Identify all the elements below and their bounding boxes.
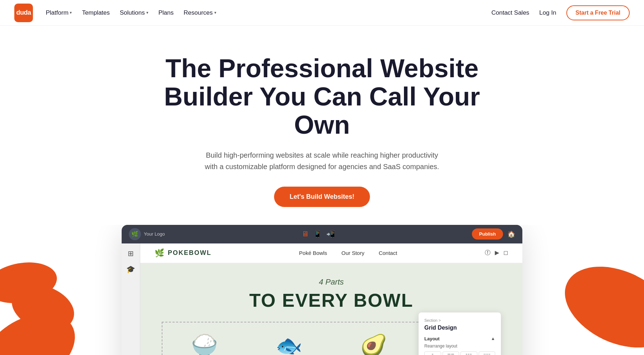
- site-nav-contact[interactable]: Contact: [379, 250, 397, 256]
- nav-items: Platform ▾ Templates Solutions ▾ Plans R…: [46, 9, 216, 16]
- editor-logo-text: Your Logo: [144, 231, 165, 237]
- site-nav-links: Poké Bowls Our Story Contact: [299, 250, 397, 256]
- site-headline: TO EVERY BOWL: [155, 290, 508, 311]
- layout-4col[interactable]: [479, 351, 496, 355]
- nav-item-templates-label: Templates: [82, 9, 109, 16]
- food-item-avocado: 🥑: [332, 322, 416, 355]
- layout-1col[interactable]: [424, 351, 441, 355]
- brand-name: duda: [16, 9, 31, 16]
- chevron-down-icon: ▾: [146, 10, 148, 15]
- nav-left: duda Platform ▾ Templates Solutions ▾ Pl…: [14, 4, 216, 22]
- grid-panel-layout-section: Layout ▲ Rearrange layout: [424, 336, 495, 355]
- grid-panel-breadcrumb: Section >: [424, 318, 495, 322]
- start-trial-button[interactable]: Start a Free Trial: [566, 5, 630, 20]
- instagram-icon[interactable]: ◻: [503, 249, 508, 257]
- site-nav: 🌿 POKEBOWL Poké Bowls Our Story Contact …: [140, 243, 522, 263]
- nav-item-platform[interactable]: Platform ▾: [46, 9, 72, 16]
- contact-sales-link[interactable]: Contact Sales: [492, 9, 530, 16]
- nav-item-plans-label: Plans: [158, 9, 174, 16]
- nav-right: Contact Sales Log In Start a Free Trial: [492, 5, 630, 20]
- fish-emoji: 🐟: [275, 333, 302, 355]
- editor-device-icons: 🖥 📱 📲: [302, 230, 335, 238]
- mockup-section: 🌿 Your Logo 🖥 📱 📲 Publish 🏠 ⊞ 🎓: [0, 225, 644, 355]
- nav-item-plans[interactable]: Plans: [158, 9, 174, 16]
- food-item-fish: 🐟: [247, 322, 331, 355]
- nav-item-templates[interactable]: Templates: [82, 9, 109, 16]
- deco-right-shape: [537, 243, 644, 355]
- chevron-down-icon: ▾: [70, 10, 72, 15]
- site-nav-poke-bowls[interactable]: Poké Bowls: [299, 250, 327, 256]
- editor-logo-circle: 🌿: [129, 228, 141, 240]
- grid-design-panel: Section > Grid Design Layout ▲ Rearrange…: [419, 312, 501, 355]
- site-brand: 🌿 POKEBOWL: [155, 248, 211, 258]
- nav-item-solutions[interactable]: Solutions ▾: [120, 9, 148, 16]
- site-brand-name: POKEBOWL: [168, 249, 211, 257]
- deco-left-shape: [0, 236, 114, 355]
- layers-icon[interactable]: ⊞: [128, 249, 134, 258]
- rice-emoji: 🍚: [191, 333, 218, 355]
- hero-subtitle: Build high-performing websites at scale …: [200, 149, 444, 172]
- tablet-icon[interactable]: 📱: [313, 230, 322, 238]
- chevron-up-icon[interactable]: ▲: [491, 336, 495, 341]
- widget-icon[interactable]: 🎓: [126, 265, 135, 273]
- youtube-icon[interactable]: ▶: [495, 249, 499, 257]
- layout-2col[interactable]: [443, 351, 459, 355]
- editor-actions: Publish 🏠: [472, 228, 515, 240]
- mobile-icon[interactable]: 📲: [326, 230, 335, 238]
- site-social-icons: ⓕ ▶ ◻: [485, 249, 508, 257]
- nav-item-solutions-label: Solutions: [120, 9, 145, 16]
- svg-point-3: [552, 250, 644, 355]
- nav-item-resources[interactable]: Resources ▾: [184, 9, 216, 16]
- editor-logo-area: 🌿 Your Logo: [129, 228, 165, 240]
- hero-title: The Professional Website Builder You Can…: [140, 54, 504, 139]
- hero-cta-button[interactable]: Let's Build Websites!: [274, 187, 370, 207]
- leaf-icon: 🌿: [131, 231, 138, 237]
- site-tagline: 4 Parts: [155, 277, 508, 287]
- nav-item-resources-label: Resources: [184, 9, 213, 16]
- avocado-emoji: 🥑: [360, 333, 387, 355]
- grid-panel-rearrange-label: Rearrange layout: [424, 344, 495, 349]
- editor-topbar: 🌿 Your Logo 🖥 📱 📲 Publish 🏠: [122, 225, 522, 243]
- log-in-link[interactable]: Log In: [539, 9, 556, 16]
- layout-options: [424, 351, 495, 355]
- editor-mockup: 🌿 Your Logo 🖥 📱 📲 Publish 🏠 ⊞ 🎓: [122, 225, 522, 355]
- site-brand-icon: 🌿: [155, 248, 164, 258]
- layout-3col[interactable]: [460, 351, 477, 355]
- grid-panel-title: Grid Design: [424, 325, 495, 331]
- facebook-icon[interactable]: ⓕ: [485, 249, 491, 257]
- desktop-icon[interactable]: 🖥: [302, 230, 309, 238]
- food-item-rice: 🍚: [162, 322, 247, 355]
- grid-panel-layout-label: Layout ▲: [424, 336, 495, 341]
- editor-sidebar: ⊞ 🎓: [122, 243, 140, 355]
- chevron-down-icon: ▾: [214, 10, 216, 15]
- brand-logo[interactable]: duda: [14, 4, 33, 22]
- main-nav: duda Platform ▾ Templates Solutions ▾ Pl…: [0, 0, 644, 26]
- nav-item-platform-label: Platform: [46, 9, 68, 16]
- hero-section: The Professional Website Builder You Can…: [125, 26, 519, 225]
- publish-button[interactable]: Publish: [472, 228, 503, 240]
- home-icon[interactable]: 🏠: [507, 230, 515, 238]
- site-nav-our-story[interactable]: Our Story: [341, 250, 364, 256]
